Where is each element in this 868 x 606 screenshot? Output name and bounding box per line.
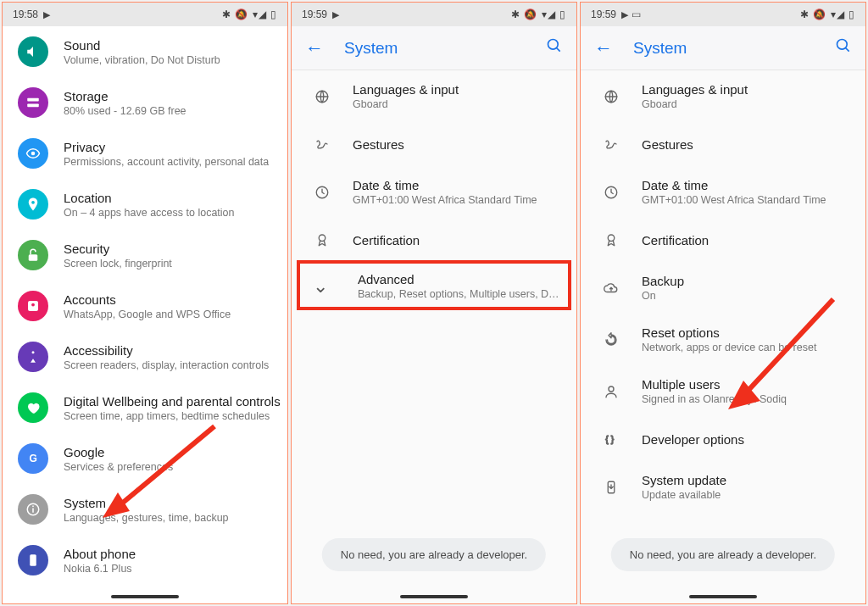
- status-icons: ✱ 🔕 ▾◢ ▯: [511, 8, 566, 20]
- image-icon: ▭: [632, 8, 641, 20]
- globe-icon: [601, 86, 621, 107]
- back-button[interactable]: ←: [302, 37, 327, 59]
- volume-icon: [18, 36, 48, 67]
- row-title: System: [64, 496, 281, 510]
- search-button[interactable]: [542, 37, 566, 58]
- row-subtitle: Languages, gestures, time, backup: [64, 512, 281, 524]
- settings-row-accessibility[interactable]: AccessibilityScreen readers, display, in…: [3, 331, 287, 382]
- row-subtitle: Gboard: [353, 98, 561, 110]
- row-subtitle: GMT+01:00 West Africa Standard Time: [642, 194, 850, 206]
- svg-point-6: [31, 303, 35, 307]
- row-title: Digital Wellbeing and parental controls: [64, 394, 281, 409]
- svg-rect-11: [32, 506, 34, 508]
- system-row-gestures[interactable]: Gestures: [292, 122, 576, 166]
- svg-point-24: [609, 386, 614, 392]
- play-icon: ▶: [43, 9, 50, 20]
- screenshot-3: 19:59 ▶ ▭ ✱ 🔕 ▾◢ ▯ ← System Languages & …: [580, 2, 866, 604]
- system-row-developer-options[interactable]: { }Developer options: [581, 417, 865, 461]
- badge-icon: [601, 230, 621, 250]
- settings-row-privacy[interactable]: PrivacyPermissions, account activity, pe…: [3, 128, 287, 179]
- settings-row-security[interactable]: SecurityScreen lock, fingerprint: [3, 230, 287, 281]
- status-bar: 19:59 ▶ ✱ 🔕 ▾◢ ▯: [292, 3, 576, 26]
- svg-rect-4: [29, 254, 38, 261]
- settings-row-about-phone[interactable]: About phoneNokia 6.1 Plus: [3, 535, 287, 586]
- clock: 19:59: [302, 8, 327, 20]
- svg-point-2: [31, 152, 36, 156]
- system-row-reset-options[interactable]: Reset optionsNetwork, apps or device can…: [581, 314, 865, 365]
- row-subtitle: Update available: [642, 489, 850, 501]
- row-subtitle: 80% used - 12.69 GB free: [64, 105, 281, 117]
- row-subtitle: On – 4 apps have access to location: [64, 207, 281, 219]
- g-icon: G: [18, 443, 48, 474]
- system-row-gestures[interactable]: Gestures: [581, 122, 865, 166]
- row-subtitle: Backup, Reset options, Multiple users, D…: [358, 288, 561, 300]
- system-row-languages-input[interactable]: Languages & inputGboard: [581, 70, 865, 122]
- row-title: Languages & input: [353, 82, 561, 97]
- gesture-icon: [312, 134, 332, 154]
- row-subtitle: WhatsApp, Google and WPS Office: [64, 309, 281, 320]
- row-title: Accounts: [64, 292, 281, 307]
- app-bar: ← System: [581, 26, 865, 70]
- row-title: Google: [64, 445, 281, 459]
- settings-row-system[interactable]: SystemLanguages, gestures, time, backup: [3, 484, 287, 535]
- toast: No need, you are already a developer.: [322, 538, 546, 571]
- row-subtitle: Screen time, app timers, bedtime schedul…: [64, 410, 281, 422]
- clock: 19:58: [13, 8, 38, 20]
- svg-rect-10: [32, 509, 34, 513]
- system-row-backup[interactable]: BackupOn: [581, 262, 865, 314]
- screenshot-1: 19:58 ▶ ✱ 🔕 ▾◢ ▯ SoundVolume, vibration,…: [2, 2, 288, 604]
- advanced-row: ⌄ Advanced Backup, Reset options, Multip…: [309, 272, 561, 300]
- system-row-system-update[interactable]: System updateUpdate available: [581, 461, 865, 513]
- row-subtitle: Gboard: [642, 98, 850, 110]
- system-row-languages-input[interactable]: Languages & inputGboard: [292, 70, 576, 122]
- nav-bar: [581, 590, 865, 603]
- globe-icon: [312, 86, 332, 107]
- reset-icon: [601, 330, 621, 350]
- row-title: Gestures: [353, 137, 561, 152]
- clock: 19:59: [591, 8, 616, 20]
- row-title: System update: [642, 473, 850, 487]
- update-icon: [601, 477, 621, 498]
- heart-icon: [18, 392, 48, 423]
- svg-point-14: [548, 40, 559, 50]
- row-title: Date & time: [353, 178, 561, 192]
- svg-line-20: [846, 48, 849, 52]
- play-icon: ▶: [621, 9, 628, 20]
- row-title: Reset options: [642, 325, 850, 340]
- row-title: Sound: [64, 38, 281, 53]
- system-row-multiple-users[interactable]: Multiple usersSigned in as Olanrewaju So…: [581, 365, 865, 417]
- system-row-certification[interactable]: Certification: [292, 218, 576, 262]
- svg-rect-1: [27, 104, 39, 108]
- system-row-date-time[interactable]: Date & timeGMT+01:00 West Africa Standar…: [292, 166, 576, 218]
- settings-row-google[interactable]: GGoogleServices & preferences: [3, 433, 287, 484]
- settings-row-accounts[interactable]: AccountsWhatsApp, Google and WPS Office: [3, 281, 287, 331]
- svg-point-19: [837, 40, 848, 50]
- appbar-title: System: [344, 39, 398, 58]
- svg-text:{ }: { }: [605, 434, 614, 444]
- clock-icon: [312, 182, 332, 203]
- settings-row-storage[interactable]: Storage80% used - 12.69 GB free: [3, 77, 287, 128]
- storage-icon: [18, 87, 48, 118]
- search-button[interactable]: [832, 37, 855, 58]
- row-subtitle: Screen readers, display, interaction con…: [64, 359, 281, 371]
- back-button[interactable]: ←: [591, 37, 616, 59]
- a11y-icon: [18, 342, 48, 372]
- row-title: Gestures: [642, 137, 850, 152]
- system-row-certification[interactable]: Certification: [581, 218, 865, 262]
- play-icon: ▶: [332, 9, 339, 20]
- nav-bar: [292, 590, 576, 603]
- row-title: Location: [64, 191, 281, 205]
- status-icons: ✱ 🔕 ▾◢ ▯: [800, 8, 855, 20]
- settings-row-sound[interactable]: SoundVolume, vibration, Do Not Disturb: [3, 26, 287, 77]
- svg-line-15: [557, 48, 560, 52]
- row-subtitle: On: [642, 290, 850, 302]
- system-row-date-time[interactable]: Date & timeGMT+01:00 West Africa Standar…: [581, 166, 865, 218]
- toast: No need, you are already a developer.: [611, 538, 835, 571]
- settings-row-digital-wellbeing[interactable]: Digital Wellbeing and parental controlsS…: [3, 382, 287, 433]
- chevron-down-icon: ⌄: [310, 275, 331, 297]
- advanced-row-highlight[interactable]: ⌄ Advanced Backup, Reset options, Multip…: [297, 260, 571, 310]
- svg-rect-0: [27, 98, 39, 102]
- settings-row-location[interactable]: LocationOn – 4 apps have access to locat…: [3, 179, 287, 230]
- row-title: Accessibility: [64, 343, 281, 358]
- row-subtitle: Services & preferences: [64, 461, 281, 473]
